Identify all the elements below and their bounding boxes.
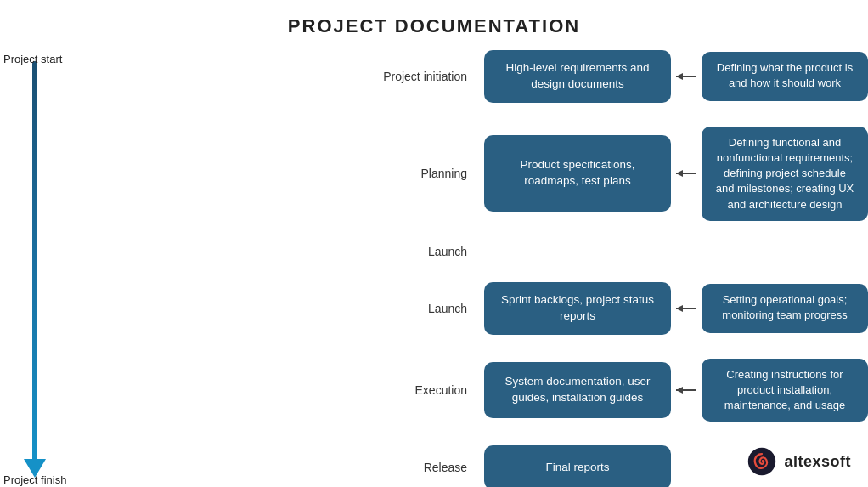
svg-marker-1 — [676, 73, 683, 80]
logo-text: altexsoft — [784, 453, 851, 471]
phase-label-2: Launch — [428, 302, 467, 315]
launch-phase-label: Launch — [428, 245, 467, 258]
arrow-icon-3 — [671, 382, 702, 399]
arrow-connector-1 — [671, 165, 702, 182]
phase-label-0: Project initiation — [383, 70, 467, 83]
svg-marker-5 — [676, 305, 683, 312]
phase-name-1: Planning — [242, 167, 484, 180]
launch-label-row: Launch — [242, 245, 868, 258]
right-box-2: Setting operational goals; monitoring te… — [702, 284, 868, 333]
project-finish-label: Project finish — [3, 473, 66, 486]
svg-marker-7 — [676, 387, 683, 394]
page-title: PROJECT DOCUMENTATION — [0, 0, 868, 37]
arrow-icon-0 — [671, 68, 702, 85]
center-box-3: System documentation, user guides, insta… — [484, 362, 671, 418]
phase-name-3: Execution — [242, 383, 484, 397]
phase-label-3: Execution — [415, 383, 467, 397]
project-start-label: Project start — [3, 53, 62, 65]
right-box-0: Defining what the product is and how it … — [702, 52, 868, 101]
phase-name-4: Release — [242, 461, 484, 474]
phase-row-2: LaunchSprint backlogs, project status re… — [242, 282, 868, 335]
launch-name-cell: Launch — [242, 245, 484, 258]
arrow-icon-1 — [671, 165, 702, 182]
phases-area: Project initiationHigh-level requirement… — [242, 46, 868, 486]
phase-name-2: Launch — [242, 302, 484, 315]
phase-row-0: Project initiationHigh-level requirement… — [242, 50, 868, 103]
phase-name-0: Project initiation — [242, 70, 484, 83]
timeline-column: Project start Project finish — [0, 46, 242, 486]
center-box-4: Final reports — [484, 445, 671, 487]
center-box-2: Sprint backlogs, project status reports — [484, 282, 671, 335]
timeline-line — [32, 61, 37, 461]
center-box-1: Product specifications, roadmaps, test p… — [484, 135, 671, 212]
logo-area: altexsoft — [747, 446, 851, 477]
svg-marker-3 — [676, 170, 683, 177]
phase-row-3: ExecutionSystem documentation, user guid… — [242, 359, 868, 422]
arrow-connector-3 — [671, 382, 702, 399]
arrow-icon-2 — [671, 300, 702, 317]
phase-row-1: PlanningProduct specifications, roadmaps… — [242, 127, 868, 221]
phase-label-1: Planning — [421, 167, 468, 180]
arrow-connector-0 — [671, 68, 702, 85]
center-box-0: High-level requirements and design docum… — [484, 50, 671, 103]
phase-label-4: Release — [424, 461, 467, 474]
svg-point-8 — [748, 448, 775, 475]
right-box-3: Creating instructions for product instal… — [702, 359, 868, 422]
right-box-1: Defining functional and nonfunctional re… — [702, 127, 868, 221]
altexsoft-logo-icon — [747, 446, 777, 477]
arrow-connector-2 — [671, 300, 702, 317]
